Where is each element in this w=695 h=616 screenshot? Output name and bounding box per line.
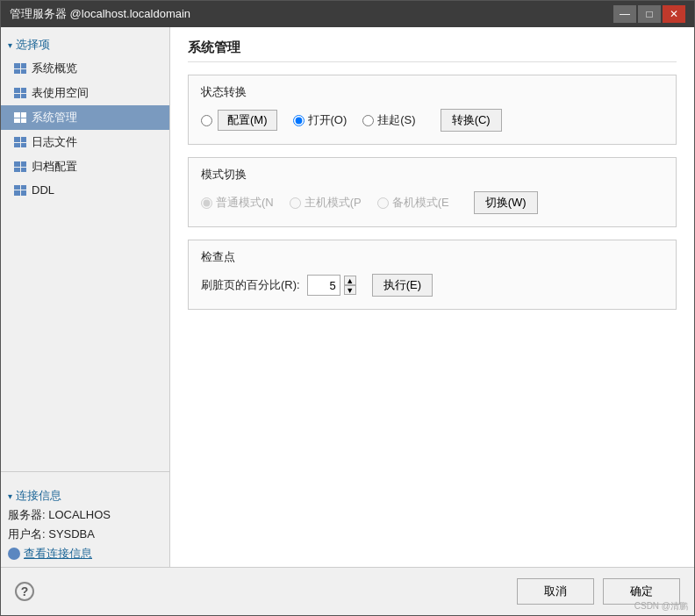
radio-standby[interactable]: 备机模式(E bbox=[377, 195, 449, 211]
radio-primary[interactable]: 主机模式(P bbox=[290, 195, 362, 211]
standby-label: 备机模式(E bbox=[392, 195, 449, 211]
connection-section-title: ▾ 连接信息 bbox=[8, 483, 162, 507]
watermark-text: CSDN @清鹏 bbox=[634, 600, 688, 612]
suspend-label: 挂起(S) bbox=[377, 112, 415, 128]
normal-label: 普通模式(N bbox=[216, 195, 274, 211]
grid-icon-ddl bbox=[13, 184, 27, 197]
sidebar-item-system-manage[interactable]: 系统管理 bbox=[1, 105, 169, 130]
config-label: 配置(M) bbox=[218, 110, 277, 131]
sidebar-separator bbox=[1, 471, 169, 472]
radio-normal[interactable]: 普通模式(N bbox=[201, 195, 274, 211]
grid-icon-overview bbox=[13, 62, 27, 75]
status-switch-section: 状态转换 配置(M) 打开(O) 挂起(S) 转换(C) bbox=[188, 75, 677, 145]
open-label: 打开(O) bbox=[308, 112, 348, 128]
help-button[interactable]: ? bbox=[15, 582, 34, 601]
choose-section-title: ▾ 选择项 bbox=[1, 32, 169, 56]
server-label: 服务器: LOCALHOS bbox=[8, 507, 162, 523]
content-panel: 系统管理 状态转换 配置(M) 打开(O) 挂起(S) bbox=[170, 27, 694, 567]
checkpoint-title: 检查点 bbox=[201, 249, 663, 265]
sidebar-item-system-overview[interactable]: 系统概览 bbox=[1, 56, 169, 81]
main-window: 管理服务器 @localhost.localdomain — □ ✕ ▾ 选择项… bbox=[0, 0, 695, 616]
mode-switch-button[interactable]: 切换(W) bbox=[474, 191, 538, 214]
link-icon bbox=[8, 548, 20, 560]
content-title: 系统管理 bbox=[188, 39, 677, 62]
minimize-button[interactable]: — bbox=[613, 5, 636, 23]
spinbox-arrows: ▲ ▼ bbox=[344, 276, 356, 295]
status-radio-group: 配置(M) 打开(O) 挂起(S) 转换(C) bbox=[201, 109, 663, 132]
spinbox-area: 刷脏页的百分比(R): ▲ ▼ 执行(E) bbox=[201, 274, 663, 297]
spin-down-button[interactable]: ▼ bbox=[344, 285, 356, 295]
sidebar-item-table-space[interactable]: 表使用空间 bbox=[1, 81, 169, 105]
chevron-down-icon: ▾ bbox=[8, 40, 12, 50]
status-switch-title: 状态转换 bbox=[201, 84, 663, 100]
title-text: 管理服务器 @localhost.localdomain bbox=[10, 6, 613, 22]
grid-icon-archive bbox=[13, 161, 27, 173]
mode-radio-group: 普通模式(N 主机模式(P 备机模式(E 切换(W) bbox=[201, 191, 663, 214]
view-connection-link[interactable]: 查看连接信息 bbox=[8, 546, 162, 562]
title-bar: 管理服务器 @localhost.localdomain — □ ✕ bbox=[1, 1, 694, 27]
chevron-connection-icon: ▾ bbox=[8, 491, 12, 501]
grid-icon-system-manage bbox=[13, 111, 27, 124]
sidebar: ▾ 选择项 系统概览 表使用空间 系统管理 bbox=[1, 27, 170, 567]
footer: ? 取消 确定 bbox=[1, 567, 694, 615]
sidebar-item-ddl[interactable]: DDL bbox=[1, 179, 169, 201]
sidebar-item-archive-config[interactable]: 归档配置 bbox=[1, 154, 169, 179]
footer-left: ? bbox=[15, 582, 34, 601]
user-label: 用户名: SYSDBA bbox=[8, 526, 162, 542]
radio-open[interactable]: 打开(O) bbox=[293, 112, 348, 128]
checkpoint-execute-button[interactable]: 执行(E) bbox=[372, 274, 433, 297]
maximize-button[interactable]: □ bbox=[638, 5, 661, 23]
mode-switch-title: 模式切换 bbox=[201, 167, 663, 183]
mode-switch-section: 模式切换 普通模式(N 主机模式(P 备机模式(E 切换(W) bbox=[188, 157, 677, 227]
radio-suspend[interactable]: 挂起(S) bbox=[362, 112, 415, 128]
connection-section: ▾ 连接信息 服务器: LOCALHOS 用户名: SYSDBA 查看连接信息 bbox=[1, 477, 169, 567]
status-convert-button[interactable]: 转换(C) bbox=[441, 109, 502, 132]
spinbox-label: 刷脏页的百分比(R): bbox=[201, 277, 300, 293]
primary-label: 主机模式(P bbox=[305, 195, 362, 211]
spin-up-button[interactable]: ▲ bbox=[344, 276, 356, 285]
spinbox-input[interactable] bbox=[307, 275, 340, 296]
cancel-button[interactable]: 取消 bbox=[517, 578, 594, 605]
window-controls: — □ ✕ bbox=[613, 5, 685, 23]
sidebar-item-log-file[interactable]: 日志文件 bbox=[1, 130, 169, 154]
checkpoint-section: 检查点 刷脏页的百分比(R): ▲ ▼ 执行(E) bbox=[188, 240, 677, 310]
radio-config[interactable]: 配置(M) bbox=[201, 110, 277, 131]
grid-icon-log-file bbox=[13, 136, 27, 148]
grid-icon-table-space bbox=[13, 87, 27, 99]
close-button[interactable]: ✕ bbox=[663, 5, 685, 23]
main-area: ▾ 选择项 系统概览 表使用空间 系统管理 bbox=[1, 27, 694, 567]
